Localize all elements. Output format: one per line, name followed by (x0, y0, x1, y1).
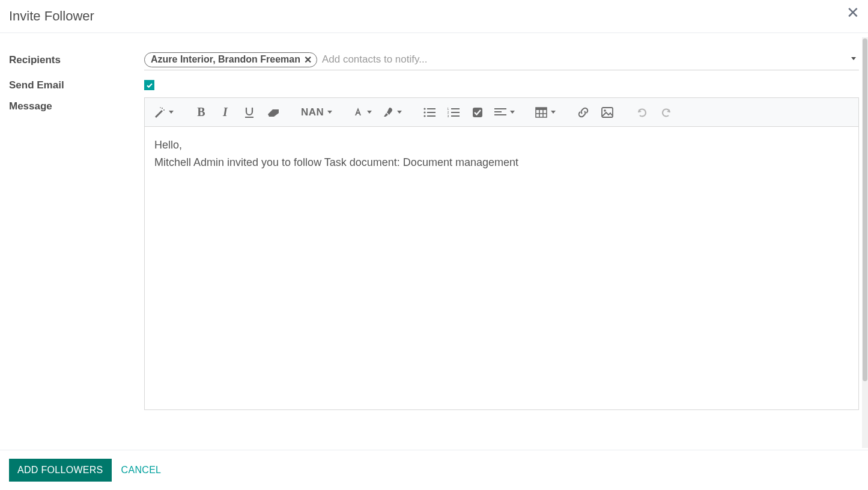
message-line: Mitchell Admin invited you to follow Tas… (154, 154, 849, 171)
svg-point-2 (160, 107, 161, 108)
row-recipients: Recipients Azure Interior, Brandon Freem… (9, 51, 859, 70)
modal-footer: ADD FOLLOWERS CANCEL (0, 450, 868, 490)
svg-point-4 (424, 108, 426, 109)
close-icon[interactable]: ✕ (844, 5, 862, 20)
send-email-field (144, 76, 859, 91)
svg-rect-26 (602, 108, 613, 117)
svg-rect-5 (427, 108, 436, 109)
chevron-down-icon (397, 111, 402, 114)
image-icon (601, 107, 613, 118)
chevron-down-icon (327, 111, 332, 114)
check-icon (146, 82, 153, 89)
editor-toolbar: B I NAN (145, 98, 858, 127)
svg-rect-9 (427, 115, 436, 117)
brush-icon (381, 106, 393, 118)
font-color-icon (353, 106, 363, 118)
checklist-icon (472, 107, 483, 118)
font-size-button[interactable]: NAN (297, 102, 336, 123)
list-ul-icon (423, 108, 436, 117)
magic-wand-button[interactable] (150, 102, 177, 123)
redo-icon (660, 106, 672, 118)
link-button[interactable] (572, 102, 594, 123)
svg-rect-7 (427, 112, 436, 113)
message-line: Hello, (154, 136, 849, 154)
svg-rect-17 (494, 108, 506, 109)
recipients-field-wrap: Azure Interior, Brandon Freeman ✕ (144, 51, 859, 70)
recipient-tag[interactable]: Azure Interior, Brandon Freeman ✕ (144, 52, 317, 67)
highlight-button[interactable] (378, 102, 405, 123)
chevron-down-icon (367, 111, 372, 114)
italic-button[interactable]: I (214, 102, 236, 123)
message-editor[interactable]: Hello, Mitchell Admin invited you to fol… (145, 127, 858, 409)
cancel-button[interactable]: CANCEL (118, 459, 165, 482)
row-message: Message B I (9, 97, 859, 410)
list-ol-icon: 1 2 3 (448, 108, 460, 117)
svg-point-0 (162, 108, 163, 109)
undo-button[interactable] (631, 102, 653, 123)
table-button[interactable] (532, 102, 559, 123)
chevron-down-icon (510, 111, 515, 114)
modal-title: Invite Follower (9, 8, 94, 24)
redo-button[interactable] (655, 102, 677, 123)
add-followers-button[interactable]: ADD FOLLOWERS (9, 459, 112, 482)
message-field: B I NAN (144, 97, 859, 410)
editor: B I NAN (144, 97, 859, 410)
chevron-down-icon (551, 111, 556, 114)
svg-point-1 (163, 109, 165, 111)
undo-icon (636, 106, 648, 118)
ordered-list-button[interactable]: 1 2 3 (443, 102, 464, 123)
modal-header: Invite Follower ✕ (0, 0, 868, 33)
label-send-email: Send Email (9, 76, 144, 91)
underline-icon (244, 106, 255, 118)
tag-remove-icon[interactable]: ✕ (304, 54, 312, 66)
link-icon (577, 106, 589, 118)
align-button[interactable] (491, 102, 518, 123)
send-email-checkbox[interactable] (144, 80, 154, 90)
svg-rect-15 (451, 115, 460, 117)
svg-rect-13 (451, 112, 460, 113)
recipients-dropdown-icon[interactable] (851, 57, 856, 60)
svg-point-27 (604, 109, 607, 112)
magic-wand-icon (153, 106, 165, 118)
svg-point-8 (424, 115, 426, 117)
recipients-field[interactable]: Azure Interior, Brandon Freeman ✕ (144, 51, 859, 70)
svg-text:3: 3 (448, 114, 449, 117)
svg-rect-18 (494, 111, 502, 112)
unordered-list-button[interactable] (419, 102, 440, 123)
label-message: Message (9, 97, 144, 112)
table-icon (535, 107, 547, 118)
font-color-button[interactable] (349, 102, 375, 123)
modal-body: Recipients Azure Interior, Brandon Freem… (0, 33, 868, 442)
eraser-icon (267, 108, 280, 117)
recipient-tag-label: Azure Interior, Brandon Freeman (151, 54, 300, 65)
svg-rect-19 (494, 114, 506, 115)
scrollbar-thumb[interactable] (863, 38, 867, 381)
scrollbar[interactable] (862, 37, 868, 448)
svg-rect-11 (451, 108, 460, 109)
image-button[interactable] (596, 102, 618, 123)
chevron-down-icon (169, 111, 174, 114)
font-size-label: NAN (301, 106, 324, 118)
remove-format-button[interactable] (263, 102, 284, 123)
svg-rect-22 (536, 108, 547, 110)
label-recipients: Recipients (9, 51, 144, 66)
checklist-button[interactable] (467, 102, 488, 123)
bold-button[interactable]: B (190, 102, 212, 123)
svg-point-6 (424, 111, 426, 113)
row-send-email: Send Email (9, 76, 859, 91)
recipients-input[interactable] (321, 51, 859, 68)
underline-button[interactable] (238, 102, 260, 123)
align-icon (494, 108, 506, 117)
